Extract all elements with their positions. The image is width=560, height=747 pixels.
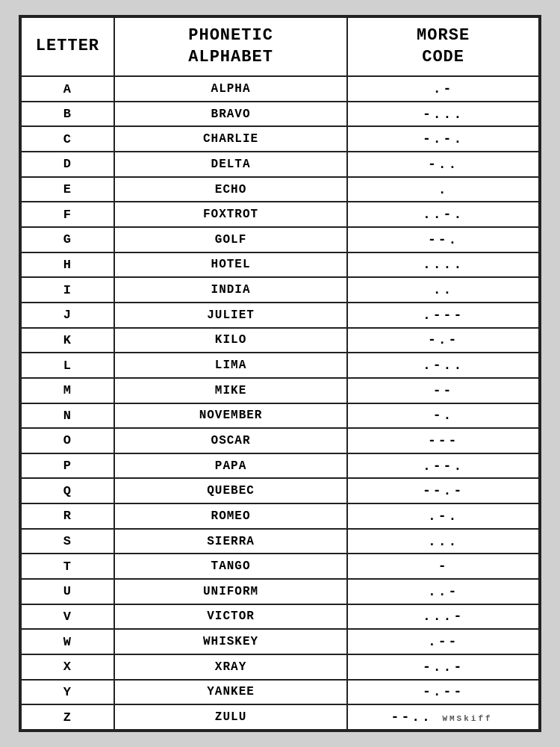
cell-phonetic: HOTEL (114, 252, 347, 278)
table-row: UUNIFORM..- (21, 579, 539, 604)
cell-morse: --.- (347, 478, 539, 503)
cell-phonetic: KILO (114, 328, 347, 353)
table-row: MMIKE-- (21, 378, 539, 403)
header-letter: LETTER (21, 17, 114, 76)
table-row: FFOXTROT..-. (21, 202, 539, 227)
cell-phonetic: ECHO (114, 177, 347, 202)
table-row: KKILO-.- (21, 328, 539, 353)
cell-morse: -.-- (347, 680, 539, 705)
cell-phonetic: XRAY (114, 654, 347, 680)
cell-morse: -.-. (347, 126, 539, 152)
header-phonetic: PHONETICALPHABET (114, 17, 347, 76)
cell-letter: X (21, 654, 114, 680)
cell-letter: A (21, 76, 114, 102)
cell-morse: .-. (347, 503, 539, 529)
cell-morse: .--- (347, 303, 539, 328)
table-row: AALPHA.- (21, 76, 539, 102)
table-row: EECHO. (21, 177, 539, 202)
cell-morse: .-- (347, 629, 539, 654)
table-row: YYANKEE-.-- (21, 680, 539, 705)
cell-morse: -- (347, 378, 539, 403)
cell-letter: N (21, 403, 114, 429)
cell-letter: B (21, 102, 114, 127)
cell-phonetic: CHARLIE (114, 126, 347, 152)
cell-phonetic: SIERRA (114, 529, 347, 554)
table-row: IINDIA.. (21, 277, 539, 303)
watermark: WMSkiff (432, 713, 496, 725)
main-container: LETTER PHONETICALPHABET MORSECODE AALPHA… (19, 15, 541, 732)
cell-letter: I (21, 277, 114, 303)
cell-morse: -..- (347, 654, 539, 680)
cell-phonetic: JULIET (114, 303, 347, 328)
cell-letter: H (21, 252, 114, 278)
cell-morse: ..- (347, 579, 539, 604)
cell-letter: L (21, 353, 114, 378)
cell-phonetic: ZULU (114, 704, 347, 730)
table-row: LLIMA.-.. (21, 353, 539, 378)
cell-morse: -.- (347, 328, 539, 353)
cell-phonetic: ALPHA (114, 76, 347, 102)
table-row: RROMEO.-. (21, 503, 539, 529)
cell-morse: .- (347, 76, 539, 102)
table-row: TTANGO- (21, 554, 539, 579)
cell-letter: F (21, 202, 114, 227)
cell-morse: .--. (347, 453, 539, 479)
table-row: CCHARLIE-.-. (21, 126, 539, 152)
cell-letter: O (21, 428, 114, 453)
table-row: VVICTOR...- (21, 604, 539, 630)
table-row: PPAPA.--. (21, 453, 539, 479)
cell-morse: .-.. (347, 353, 539, 378)
morse-code-table: LETTER PHONETICALPHABET MORSECODE AALPHA… (20, 16, 540, 731)
cell-phonetic: GOLF (114, 227, 347, 252)
table-row: WWHISKEY.-- (21, 629, 539, 654)
cell-morse: -.. (347, 152, 539, 177)
table-row: NNOVEMBER-. (21, 403, 539, 429)
cell-phonetic: ROMEO (114, 503, 347, 529)
cell-morse: ... (347, 529, 539, 554)
cell-morse: -. (347, 403, 539, 429)
cell-letter: W (21, 629, 114, 654)
cell-phonetic: UNIFORM (114, 579, 347, 604)
cell-phonetic: DELTA (114, 152, 347, 177)
cell-morse: --- (347, 428, 539, 453)
cell-letter: R (21, 503, 114, 529)
cell-phonetic: PAPA (114, 453, 347, 479)
table-row: ZZULU--.. WMSkiff (21, 704, 539, 730)
table-row: QQUEBEC--.- (21, 478, 539, 503)
cell-phonetic: MIKE (114, 378, 347, 403)
cell-morse: --. (347, 227, 539, 252)
cell-letter: T (21, 554, 114, 579)
cell-phonetic: LIMA (114, 353, 347, 378)
cell-phonetic: NOVEMBER (114, 403, 347, 429)
cell-phonetic: QUEBEC (114, 478, 347, 503)
cell-morse: --.. WMSkiff (347, 704, 539, 730)
cell-morse: .... (347, 252, 539, 278)
table-row: SSIERRA... (21, 529, 539, 554)
cell-letter: S (21, 529, 114, 554)
cell-phonetic: YANKEE (114, 680, 347, 705)
table-row: JJULIET.--- (21, 303, 539, 328)
cell-letter: J (21, 303, 114, 328)
cell-morse: ..-. (347, 202, 539, 227)
cell-phonetic: FOXTROT (114, 202, 347, 227)
cell-morse: .. (347, 277, 539, 303)
cell-letter: V (21, 604, 114, 630)
table-row: DDELTA-.. (21, 152, 539, 177)
cell-letter: K (21, 328, 114, 353)
cell-letter: D (21, 152, 114, 177)
cell-morse: -... (347, 102, 539, 127)
cell-phonetic: VICTOR (114, 604, 347, 630)
table-row: BBRAVO-... (21, 102, 539, 127)
cell-letter: M (21, 378, 114, 403)
cell-letter: E (21, 177, 114, 202)
table-row: GGOLF--. (21, 227, 539, 252)
table-row: XXRAY-..- (21, 654, 539, 680)
cell-letter: G (21, 227, 114, 252)
cell-phonetic: WHISKEY (114, 629, 347, 654)
cell-morse: - (347, 554, 539, 579)
cell-letter: Q (21, 478, 114, 503)
cell-morse: . (347, 177, 539, 202)
table-row: HHOTEL.... (21, 252, 539, 278)
cell-letter: U (21, 579, 114, 604)
cell-morse: ...- (347, 604, 539, 630)
